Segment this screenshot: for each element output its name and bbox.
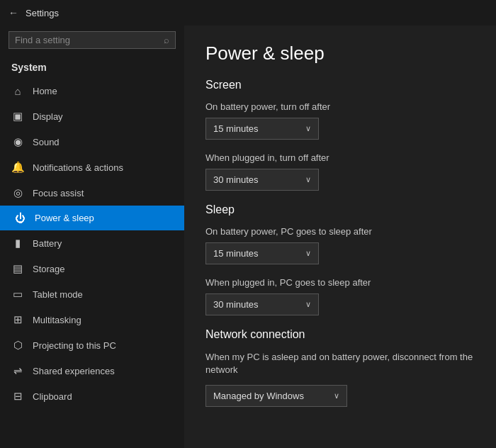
- sleep-plugged-chevron: ∨: [305, 300, 311, 309]
- projecting-icon: ⬡: [11, 339, 24, 352]
- sidebar-item-projecting[interactable]: ⬡Projecting to this PC: [0, 332, 184, 358]
- network-dropdown[interactable]: Managed by Windows ∨: [205, 385, 347, 407]
- screen-battery-chevron: ∨: [305, 124, 311, 133]
- main-layout: ⌕ System ⌂Home▣Display◉Sound🔔Notificatio…: [0, 26, 496, 448]
- screen-plugged-chevron: ∨: [305, 175, 311, 184]
- tablet-icon: ▭: [11, 288, 24, 301]
- sleep-battery-dropdown[interactable]: 15 minutes ∨: [205, 242, 319, 264]
- sound-icon: ◉: [11, 135, 24, 148]
- search-input[interactable]: [15, 35, 164, 45]
- sidebar-label-focus: Focus assist: [33, 188, 84, 198]
- sidebar-label-tablet: Tablet mode: [33, 289, 83, 300]
- shared-icon: ⇌: [11, 364, 24, 377]
- screen-battery-dropdown[interactable]: 15 minutes ∨: [205, 118, 319, 140]
- sidebar-label-home: Home: [33, 86, 57, 96]
- screen-battery-wrapper: On battery power, turn off after 15 minu…: [205, 101, 475, 140]
- search-box[interactable]: ⌕: [9, 31, 176, 49]
- sidebar-label-projecting: Projecting to this PC: [33, 340, 116, 351]
- multitasking-icon: ⊞: [11, 313, 24, 326]
- sleep-battery-label: On battery power, PC goes to sleep after: [205, 226, 475, 237]
- notifications-icon: 🔔: [11, 161, 24, 174]
- screen-battery-label: On battery power, turn off after: [205, 101, 475, 112]
- screen-battery-value: 15 minutes: [213, 123, 259, 134]
- clipboard-icon: ⊟: [11, 390, 24, 403]
- sidebar-item-display[interactable]: ▣Display: [0, 103, 184, 129]
- sidebar-item-clipboard[interactable]: ⊟Clipboard: [0, 383, 184, 409]
- sidebar-item-focus[interactable]: ◎Focus assist: [0, 180, 184, 206]
- sidebar-label-multitasking: Multitasking: [33, 315, 81, 325]
- network-section: Network connection When my PC is asleep …: [205, 328, 475, 407]
- network-description: When my PC is asleep and on battery powe…: [205, 351, 475, 376]
- back-button[interactable]: ←: [9, 7, 18, 18]
- page-title: Power & sleep: [205, 43, 475, 65]
- sleep-plugged-label: When plugged in, PC goes to sleep after: [205, 277, 475, 288]
- sleep-plugged-dropdown[interactable]: 30 minutes ∨: [205, 293, 319, 315]
- sidebar-item-notifications[interactable]: 🔔Notifications & actions: [0, 155, 184, 180]
- sleep-battery-value: 15 minutes: [213, 248, 259, 259]
- sidebar-item-shared[interactable]: ⇌Shared experiences: [0, 358, 184, 383]
- battery-icon: ▮: [11, 237, 24, 250]
- sidebar-label-storage: Storage: [33, 264, 65, 274]
- sidebar-label-shared: Shared experiences: [33, 366, 115, 376]
- sidebar-item-battery[interactable]: ▮Battery: [0, 230, 184, 256]
- content-area: Power & sleep Screen On battery power, t…: [184, 26, 496, 448]
- screen-section: Screen On battery power, turn off after …: [205, 79, 475, 191]
- screen-plugged-wrapper: When plugged in, turn off after 30 minut…: [205, 152, 475, 191]
- power-icon: ⏻: [13, 212, 26, 224]
- network-section-title: Network connection: [205, 328, 475, 341]
- screen-section-title: Screen: [205, 79, 475, 91]
- focus-icon: ◎: [11, 186, 24, 199]
- sidebar-item-multitasking[interactable]: ⊞Multitasking: [0, 307, 184, 332]
- sleep-section-title: Sleep: [205, 203, 475, 216]
- sidebar-label-notifications: Notifications & actions: [33, 162, 123, 173]
- sidebar-item-storage[interactable]: ▤Storage: [0, 256, 184, 281]
- sidebar-section-system: System: [0, 57, 184, 79]
- sidebar-label-power: Power & sleep: [35, 213, 94, 223]
- sleep-plugged-value: 30 minutes: [213, 299, 259, 310]
- sidebar-item-sound[interactable]: ◉Sound: [0, 129, 184, 155]
- sidebar: ⌕ System ⌂Home▣Display◉Sound🔔Notificatio…: [0, 26, 184, 448]
- home-icon: ⌂: [11, 85, 24, 97]
- sidebar-label-battery: Battery: [33, 238, 62, 249]
- network-value: Managed by Windows: [213, 391, 304, 401]
- search-icon: ⌕: [164, 35, 169, 45]
- sidebar-item-power[interactable]: ⏻Power & sleep: [0, 206, 184, 230]
- sleep-battery-wrapper: On battery power, PC goes to sleep after…: [205, 226, 475, 264]
- screen-plugged-label: When plugged in, turn off after: [205, 152, 475, 163]
- display-icon: ▣: [11, 110, 24, 123]
- sleep-section: Sleep On battery power, PC goes to sleep…: [205, 203, 475, 315]
- sleep-plugged-wrapper: When plugged in, PC goes to sleep after …: [205, 277, 475, 315]
- screen-plugged-value: 30 minutes: [213, 174, 259, 185]
- sidebar-item-tablet[interactable]: ▭Tablet mode: [0, 281, 184, 307]
- sleep-battery-chevron: ∨: [305, 249, 311, 258]
- network-chevron: ∨: [334, 391, 339, 401]
- screen-plugged-dropdown[interactable]: 30 minutes ∨: [205, 169, 319, 191]
- title-bar: ← Settings: [0, 0, 496, 26]
- storage-icon: ▤: [11, 262, 24, 275]
- sidebar-item-home[interactable]: ⌂Home: [0, 79, 184, 103]
- sidebar-items-container: ⌂Home▣Display◉Sound🔔Notifications & acti…: [0, 79, 184, 409]
- sidebar-label-sound: Sound: [33, 137, 60, 147]
- app-title: Settings: [26, 8, 59, 18]
- sidebar-label-clipboard: Clipboard: [33, 391, 72, 402]
- sidebar-label-display: Display: [33, 111, 63, 122]
